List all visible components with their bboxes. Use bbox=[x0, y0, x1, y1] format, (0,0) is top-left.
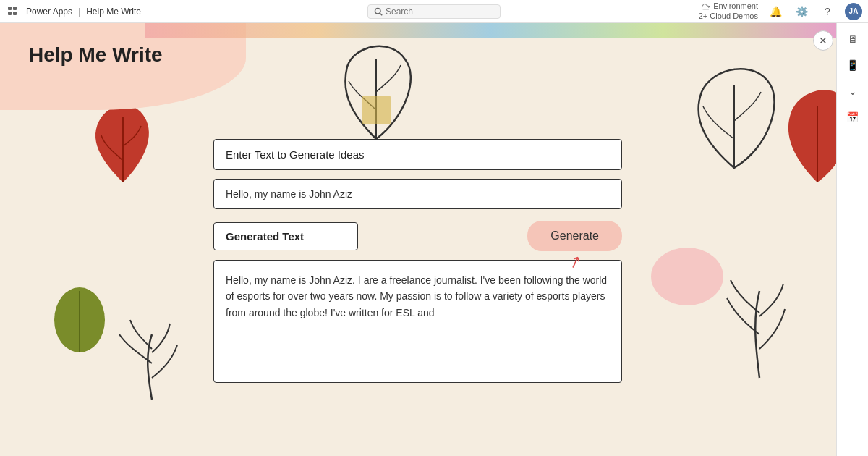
svg-point-4 bbox=[375, 8, 381, 14]
leaf-decoration-orange-right bbox=[687, 59, 781, 175]
app-name: Help Me Write bbox=[86, 7, 141, 17]
svg-rect-7 bbox=[362, 96, 391, 124]
middle-row: Generated Text Generate ↗ bbox=[213, 221, 622, 251]
notifications-button[interactable]: 🔔 bbox=[767, 3, 784, 20]
pink-blob-decoration bbox=[651, 248, 723, 305]
apps-grid-icon[interactable] bbox=[6, 4, 20, 19]
top-banner bbox=[145, 23, 836, 38]
form-area: Enter Text to Generate Ideas Hello, my n… bbox=[213, 139, 622, 383]
search-input[interactable] bbox=[386, 7, 494, 17]
svg-rect-3 bbox=[13, 12, 17, 15]
brand-separator: | bbox=[78, 7, 80, 17]
svg-rect-1 bbox=[13, 7, 17, 10]
search-icon bbox=[374, 7, 383, 16]
leaf-decoration-outline-right bbox=[709, 240, 810, 385]
page-title: Help Me Write bbox=[29, 43, 163, 67]
leaf-decoration-green-left bbox=[43, 255, 116, 356]
env-label: Environment bbox=[713, 1, 758, 11]
generated-label-box: Generated Text bbox=[213, 222, 358, 250]
phone-icon[interactable]: 📱 bbox=[843, 55, 863, 75]
calendar-icon[interactable]: 📅 bbox=[843, 107, 863, 127]
cloud-icon bbox=[702, 2, 710, 11]
leaf-decoration-outline-top bbox=[333, 38, 420, 146]
svg-rect-0 bbox=[8, 7, 12, 10]
generated-text-output: Hello, my name is John Aziz. I are a fre… bbox=[213, 260, 622, 383]
env-name: 2+ Cloud Demos bbox=[699, 12, 758, 21]
search-bar[interactable] bbox=[367, 4, 501, 19]
generate-button[interactable]: Generate bbox=[527, 221, 622, 251]
topbar-right: Environment 2+ Cloud Demos 🔔 ⚙️ ? JA bbox=[699, 1, 862, 20]
main-area: Help Me Write ✕ bbox=[0, 23, 868, 456]
svg-line-5 bbox=[380, 13, 382, 15]
user-avatar[interactable]: JA bbox=[845, 3, 862, 20]
chevron-down-icon[interactable]: ⌄ bbox=[843, 81, 863, 101]
svg-rect-2 bbox=[8, 12, 12, 15]
svg-point-6 bbox=[54, 287, 105, 352]
settings-button[interactable]: ⚙️ bbox=[793, 3, 810, 20]
close-button[interactable]: ✕ bbox=[813, 30, 833, 51]
environment-info: Environment 2+ Cloud Demos bbox=[699, 1, 758, 20]
input-label-box: Enter Text to Generate Ideas bbox=[213, 139, 622, 170]
help-button[interactable]: ? bbox=[819, 3, 836, 20]
leaf-decoration-branch-left bbox=[109, 298, 195, 407]
sidebar-right: 🖥 📱 ⌄ 📅 bbox=[836, 23, 868, 456]
app-brand: Power Apps bbox=[26, 7, 72, 17]
topbar: Power Apps | Help Me Write Environment 2… bbox=[0, 0, 868, 23]
monitor-icon[interactable]: 🖥 bbox=[843, 29, 863, 49]
content-area: Help Me Write ✕ bbox=[0, 23, 868, 456]
text-input-box[interactable]: Hello, my name is John Aziz bbox=[213, 179, 622, 209]
